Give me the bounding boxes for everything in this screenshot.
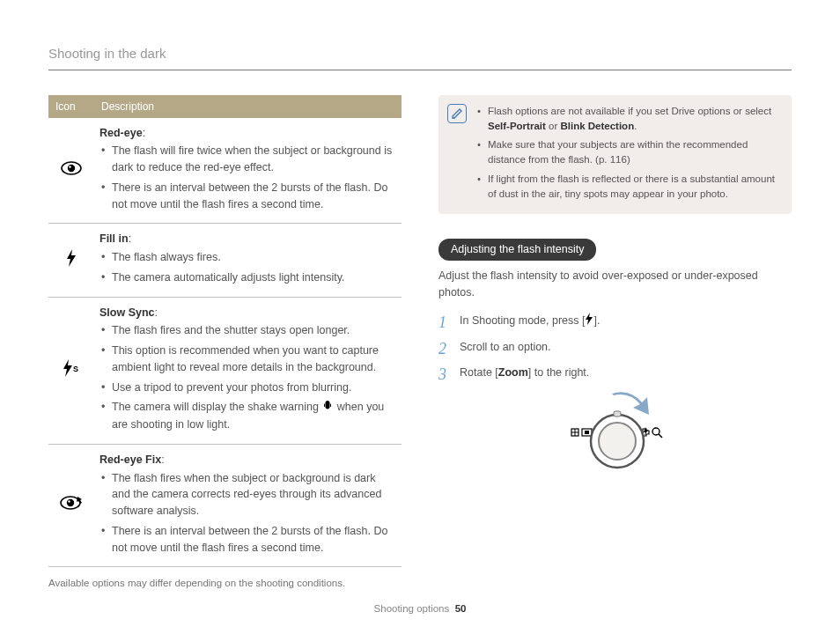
row-bullet: Use a tripod to prevent your photos from… <box>99 380 396 396</box>
note-item: If light from the flash is reflected or … <box>477 172 779 203</box>
page-footer: Shooting options 50 <box>0 601 840 616</box>
row-bullet: This option is recommended when you want… <box>99 343 396 376</box>
slow-sync-icon: S <box>48 297 94 444</box>
step-item: Rotate [Zoom] to the right. <box>438 365 792 381</box>
svg-point-6 <box>68 500 70 502</box>
th-desc: Description <box>94 95 402 118</box>
row-bullet: The flash fires when the subject or back… <box>99 470 396 520</box>
step-item: In Shooting mode, press []. <box>438 313 792 330</box>
svg-point-13 <box>652 428 659 435</box>
note-box: Flash options are not available if you s… <box>438 95 792 215</box>
svg-line-14 <box>659 434 662 438</box>
table-row: Red-eye Fix: The flash fires when the su… <box>48 444 402 567</box>
section-intro: Adjust the flash intensity to avoid over… <box>438 268 792 301</box>
left-column: Icon Description Red-eye: The flash will… <box>48 95 402 592</box>
page-title: Shooting in the dark <box>48 44 792 70</box>
svg-point-5 <box>67 499 74 506</box>
note-item: Make sure that your subjects are within … <box>477 137 779 168</box>
zoom-dial-illustration <box>438 390 792 483</box>
red-eye-fix-icon <box>48 444 94 567</box>
section-heading-pill: Adjusting the flash intensity <box>438 239 596 261</box>
right-column: Flash options are not available if you s… <box>438 95 792 592</box>
row-bullet: There is an interval between the 2 burst… <box>99 180 396 213</box>
content-columns: Icon Description Red-eye: The flash will… <box>48 95 792 592</box>
fill-in-icon <box>48 224 94 297</box>
svg-point-2 <box>69 166 70 167</box>
step-item: Scroll to an option. <box>438 339 792 356</box>
th-icon: Icon <box>48 95 94 118</box>
row-title: Red-eye <box>99 127 143 139</box>
row-bullet: The flash will fire twice when the subje… <box>99 143 396 176</box>
note-item: Flash options are not available if you s… <box>477 104 779 135</box>
footer-section: Shooting options <box>374 603 450 614</box>
svg-point-1 <box>68 164 75 171</box>
svg-rect-12 <box>585 431 589 434</box>
table-row: Fill in: The flash always fires. The cam… <box>48 224 402 297</box>
row-bullet: There is an interval between the 2 burst… <box>99 523 396 557</box>
flash-options-table: Icon Description Red-eye: The flash will… <box>48 95 402 568</box>
note-icon <box>447 104 467 123</box>
row-title: Fill in <box>99 232 129 245</box>
footer-page-number: 50 <box>455 603 467 614</box>
table-row: Red-eye: The flash will fire twice when … <box>48 118 402 224</box>
red-eye-icon <box>48 118 94 224</box>
svg-rect-17 <box>614 411 621 417</box>
row-title: Red-eye Fix <box>99 453 161 466</box>
table-footnote: Available options may differ depending o… <box>48 576 402 591</box>
row-bullet: The camera automatically adjusts light i… <box>99 269 396 286</box>
flash-icon <box>585 313 593 330</box>
svg-point-16 <box>599 423 636 460</box>
row-bullet: The camera will display the shake warnin… <box>99 399 396 433</box>
row-title: Slow Sync <box>99 306 155 319</box>
row-bullet: The flash fires and the shutter stays op… <box>99 322 396 339</box>
row-bullet: The flash always fires. <box>99 249 396 266</box>
shake-warning-icon <box>321 399 334 417</box>
steps-list: In Shooting mode, press []. Scroll to an… <box>438 313 792 380</box>
svg-text:S: S <box>73 365 78 373</box>
table-row: S Slow Sync: The flash fires and the shu… <box>48 297 402 444</box>
